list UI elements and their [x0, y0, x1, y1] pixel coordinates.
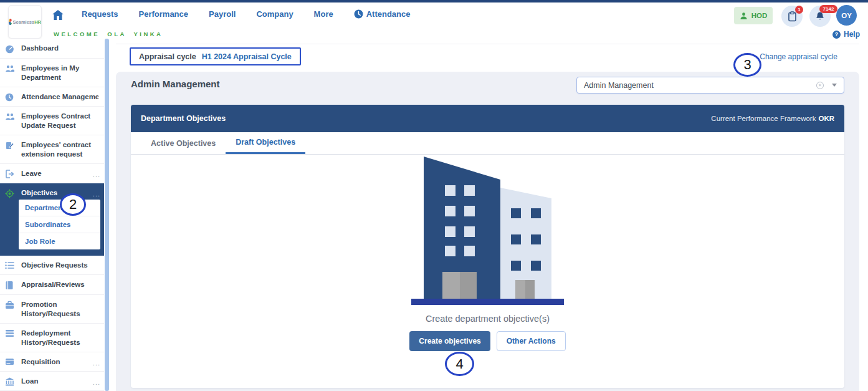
clear-icon[interactable] — [816, 82, 824, 89]
annotation-step-2: 2 — [60, 193, 86, 216]
nav-payroll[interactable]: Payroll — [209, 9, 236, 19]
more-dots: ... — [93, 169, 100, 178]
dashboard-icon — [5, 44, 21, 54]
department-select[interactable]: Admin Management — [576, 77, 844, 94]
sidebar-item-loan[interactable]: Loan ... — [0, 372, 104, 391]
sidebar-item-dashboard[interactable]: Dashboard — [0, 39, 104, 59]
change-appraisal-cycle-link[interactable]: Change appraisal cycle — [760, 52, 837, 61]
framework-info: Current Performance FrameworkOKR — [711, 115, 834, 122]
sidebar-scrollbar[interactable] — [105, 39, 109, 391]
home-icon[interactable] — [51, 8, 65, 22]
question-circle-icon — [832, 31, 841, 39]
card-body: Create department objective(s) Create ob… — [131, 155, 844, 351]
tasks-count-badge: 1 — [795, 6, 803, 14]
briefcase-icon — [5, 300, 21, 309]
empty-state-caption: Create department objective(s) — [426, 314, 550, 324]
document-edit-icon — [5, 140, 21, 150]
page-title: Admin Management — [131, 79, 220, 89]
book-icon — [5, 280, 21, 290]
sidebar-item-redeployment-history[interactable]: Redeployment History/Requests — [0, 324, 104, 352]
nav-more[interactable]: More — [314, 9, 333, 19]
sidebar-item-promotion-history[interactable]: Promotion History/Requests — [0, 295, 104, 324]
sidebar-item-attendance-management[interactable]: Attendance Management ... — [0, 87, 104, 107]
sidebar-item-employees-contract-update[interactable]: Employees Contract Update Request — [0, 107, 104, 135]
department-select-value: Admin Management — [584, 81, 654, 90]
bank-icon — [5, 377, 21, 386]
team-icon — [5, 112, 21, 121]
clock-icon — [5, 92, 21, 102]
card-header: Department Objectives Current Performanc… — [131, 105, 844, 132]
sidebar-item-objectives[interactable]: Objectives ... — [0, 183, 104, 198]
nav-requests[interactable]: Requests — [82, 9, 118, 19]
annotation-step-4: 4 — [445, 352, 474, 376]
buildings-illustration — [411, 156, 564, 306]
list-icon — [5, 261, 21, 269]
leave-exit-icon — [5, 169, 21, 178]
nav-company[interactable]: Company — [256, 9, 293, 19]
welcome-text: WELCOME OLA YINKA — [54, 31, 163, 37]
tab-draft-objectives[interactable]: Draft Objectives — [226, 132, 305, 154]
sidebar-item-objective-requests[interactable]: Objective Requests — [0, 256, 104, 275]
framework-value: OKR — [818, 115, 834, 122]
nav-performance[interactable]: Performance — [139, 9, 188, 19]
sidebar-item-appraisal-reviews[interactable]: Appraisal/Reviews — [0, 275, 104, 295]
help-link[interactable]: Help — [832, 30, 860, 39]
notifications-count-badge: 7142 — [819, 5, 837, 13]
card-title: Department Objectives — [141, 114, 226, 123]
submenu-item-job-role[interactable]: Job Role — [19, 233, 100, 249]
appraisal-cycle-value: H1 2024 Appraisal Cycle — [202, 52, 292, 61]
objectives-submenu: Department Subordinates Job Role — [19, 200, 100, 249]
sidebar-item-contract-extension[interactable]: Employees' contract extension request — [0, 135, 104, 164]
other-actions-button[interactable]: Other Actions — [497, 331, 566, 351]
topbar: SeamlessHR Requests Performance Payroll … — [0, 2, 868, 39]
team-icon — [5, 64, 21, 73]
appraisal-cycle-label: Appraisal cycle — [139, 52, 196, 61]
sidebar-item-leave[interactable]: Leave ... — [0, 164, 104, 183]
card-icon — [5, 357, 21, 365]
seamlesshr-logo[interactable]: SeamlessHR — [8, 5, 42, 39]
appraisal-cycle-box[interactable]: Appraisal cycle H1 2024 Appraisal Cycle — [130, 47, 301, 65]
header-divider — [116, 44, 859, 44]
person-icon — [740, 12, 748, 20]
tab-active-objectives[interactable]: Active Objectives — [141, 132, 226, 154]
create-objectives-button[interactable]: Create objectives — [409, 331, 490, 351]
nav-attendance[interactable]: Attendance — [354, 9, 411, 19]
submenu-item-subordinates[interactable]: Subordinates — [19, 216, 100, 233]
rows-icon — [5, 329, 21, 337]
sidebar-item-requisition[interactable]: Requisition ... — [0, 352, 104, 372]
department-objectives-card: Department Objectives Current Performanc… — [131, 105, 844, 388]
sidebar-item-employees-in-my-department[interactable]: Employees in My Department — [0, 59, 104, 87]
annotation-step-3: 3 — [733, 53, 761, 77]
clock-icon — [354, 9, 363, 19]
more-dots: ... — [93, 357, 100, 367]
more-dots: ... — [93, 377, 100, 386]
logo-swirl-icon — [9, 19, 12, 25]
hod-role-badge: HOD — [734, 7, 773, 24]
sidebar-group-objectives: Objectives ... Department Subordinates J… — [0, 183, 104, 256]
sidebar: Dashboard Employees in My Department Att… — [0, 39, 104, 391]
more-dots: ... — [93, 188, 100, 198]
tabs-row: Active Objectives Draft Objectives — [131, 132, 844, 155]
target-icon — [5, 188, 21, 198]
logo-text: SeamlessHR — [13, 19, 41, 25]
top-navigation: Requests Performance Payroll Company Mor… — [82, 9, 410, 19]
chevron-down-icon[interactable] — [832, 84, 837, 87]
user-avatar[interactable]: OY — [836, 5, 857, 26]
